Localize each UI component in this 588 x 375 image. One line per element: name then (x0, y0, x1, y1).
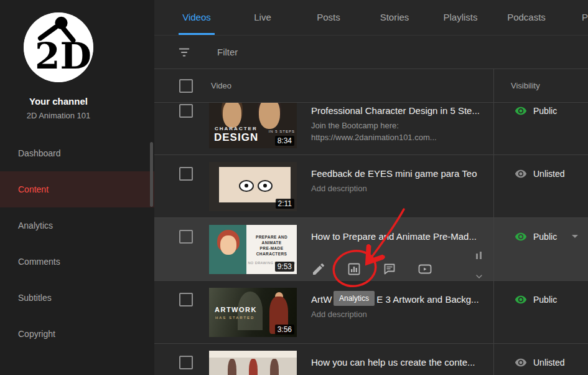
visibility-cell[interactable]: Unlisted (493, 344, 588, 375)
youtube-watch-icon[interactable] (418, 262, 432, 277)
sidebar-item-dashboard[interactable]: Dashboard (0, 135, 154, 171)
thumbnail-text: ARTWORK (215, 306, 257, 313)
visibility-label: Public (533, 232, 557, 242)
visibility-cell[interactable]: Public (493, 218, 588, 280)
duration-badge: 9:53 (275, 262, 294, 272)
add-description-link[interactable]: Add description (311, 184, 367, 193)
filter-icon (177, 45, 191, 59)
video-title[interactable]: How to Prepare and Animate Pre-Mad... (311, 231, 485, 242)
tab-live[interactable]: Live (230, 0, 296, 35)
content-tabs: Videos Live Posts Stories Playlists Podc… (154, 0, 588, 36)
sidebar-item-comments[interactable]: Comments (0, 244, 154, 280)
video-thumbnail[interactable]: ARTWORK HAS STARTED 3:56 (209, 288, 297, 337)
thumbnail-art (228, 359, 236, 375)
thumbnail-text: CHARACTER (215, 126, 258, 131)
row-hover-actions (311, 262, 432, 277)
table-header: Video Visibility (154, 69, 588, 103)
visibility-column-header: Visibility (493, 69, 588, 102)
visibility-label: Unlisted (533, 169, 565, 179)
chevron-down-icon[interactable] (474, 272, 484, 282)
tab-videos[interactable]: Videos (164, 0, 230, 35)
tab-podcasts[interactable]: Podcasts (493, 0, 559, 35)
channel-avatar[interactable]: 2D (24, 12, 93, 82)
mini-stats-icon[interactable] (474, 250, 484, 260)
thumbnail-text: HAS STARTED (215, 316, 254, 320)
thumbnail-text: PREPARE AND ANIMATE (246, 234, 297, 245)
public-eye-icon (515, 293, 527, 306)
thumbnail-art (220, 235, 236, 255)
tab-posts[interactable]: Posts (296, 0, 362, 35)
video-column-header: Video (211, 81, 231, 90)
video-thumbnail[interactable]: CHARACTER DESIGN IN 5 STEPS 8:34 (209, 103, 297, 148)
visibility-cell[interactable]: Public (493, 103, 588, 154)
channel-logo-icon: 2D (24, 12, 93, 82)
duration-badge: 3:56 (275, 325, 294, 335)
video-thumbnail[interactable]: 2:11 (209, 162, 297, 211)
tab-partial[interactable]: P (559, 0, 588, 35)
sidebar-item-copyright[interactable]: Copyright (0, 316, 154, 352)
video-title[interactable]: Professional Character Design in 5 Ste..… (311, 105, 485, 116)
sidebar-item-analytics[interactable]: Analytics (0, 207, 154, 244)
thumbnail-art (249, 359, 258, 375)
svg-text:2D: 2D (35, 34, 91, 77)
video-row-3[interactable]: PREPARE AND ANIMATE PRE-MADE CHARACTERS … (154, 218, 588, 281)
tab-stories[interactable]: Stories (362, 0, 427, 35)
description-line-2: https://www.2danimation101.com... (311, 131, 493, 143)
channel-name: Your channel (0, 96, 117, 107)
thumbnail-text: IN 5 STEPS (269, 130, 295, 133)
video-row-5[interactable]: How you can help us create the conte... … (154, 344, 588, 375)
sidebar-item-content[interactable]: Content (0, 171, 154, 207)
tab-playlists[interactable]: Playlists (427, 0, 493, 35)
video-thumbnail[interactable] (209, 351, 297, 375)
video-row-1[interactable]: CHARACTER DESIGN IN 5 STEPS 8:34 Profess… (154, 103, 588, 155)
visibility-label: Public (533, 295, 557, 305)
row-checkbox[interactable] (179, 293, 193, 306)
visibility-cell[interactable]: Public (493, 281, 588, 343)
thumbnail-text: DESIGN (214, 131, 258, 144)
video-title[interactable]: How you can help us create the conte... (311, 357, 485, 368)
video-list: CHARACTER DESIGN IN 5 STEPS 8:34 Profess… (154, 103, 588, 375)
visibility-label: Public (533, 106, 557, 116)
row-checkbox[interactable] (179, 167, 193, 181)
description-line-1: Join the Bootcamp here: (311, 120, 493, 131)
row-checkbox[interactable] (179, 104, 193, 118)
channel-subtitle: 2D Animation 101 (0, 111, 117, 120)
add-description-link[interactable]: Add description (311, 310, 367, 319)
thumbnail-art (223, 103, 241, 128)
video-title-suffix: E 3 Artwork and Backg... (376, 294, 478, 305)
video-title[interactable]: Feedback de EYES mini game para Teo (311, 168, 485, 179)
thumbnail-art (259, 103, 280, 129)
row-checkbox[interactable] (179, 230, 193, 244)
duration-badge: 8:34 (275, 136, 294, 146)
comments-icon[interactable] (382, 262, 397, 277)
sidebar-menu: Dashboard Content Analytics Comments Sub… (0, 135, 154, 352)
filter-label: Filter (217, 47, 238, 57)
row-checkbox[interactable] (179, 356, 193, 369)
thumbnail-text: PRE-MADE CHARACTERS (246, 245, 297, 257)
visibility-label: Unlisted (533, 358, 565, 368)
filter-bar[interactable]: Filter (154, 36, 588, 69)
unlisted-eye-icon (515, 356, 527, 369)
unlisted-eye-icon (515, 168, 527, 180)
sidebar-item-subtitles[interactable]: Subtitles (0, 280, 154, 316)
public-eye-icon (515, 105, 527, 117)
visibility-column-label: Visibility (511, 81, 540, 90)
sidebar: 2D Your channel 2D Animation 101 Dashboa… (0, 0, 154, 375)
video-description: Join the Bootcamp here: https://www.2dan… (311, 120, 493, 143)
analytics-tooltip: Analytics (334, 291, 375, 306)
select-all-checkbox[interactable] (179, 79, 193, 93)
thumbnail-art (209, 351, 297, 358)
video-title-prefix: ArtW (311, 294, 332, 305)
video-row-2[interactable]: 2:11 Feedback de EYES mini game para Teo… (154, 155, 588, 218)
visibility-cell[interactable]: Unlisted (493, 155, 588, 217)
sidebar-scrollbar[interactable] (150, 142, 153, 207)
content-main: Videos Live Posts Stories Playlists Podc… (154, 0, 588, 375)
visibility-dropdown-caret[interactable] (572, 235, 578, 238)
youtube-studio-app: 2D Your channel 2D Animation 101 Dashboa… (0, 0, 588, 375)
video-thumbnail[interactable]: PREPARE AND ANIMATE PRE-MADE CHARACTERS … (209, 225, 297, 274)
analytics-icon[interactable] (347, 262, 362, 277)
thumbnail-art (219, 167, 291, 202)
thumbnail-art (270, 359, 279, 375)
edit-pencil-icon[interactable] (311, 262, 326, 277)
public-eye-icon (515, 230, 527, 243)
